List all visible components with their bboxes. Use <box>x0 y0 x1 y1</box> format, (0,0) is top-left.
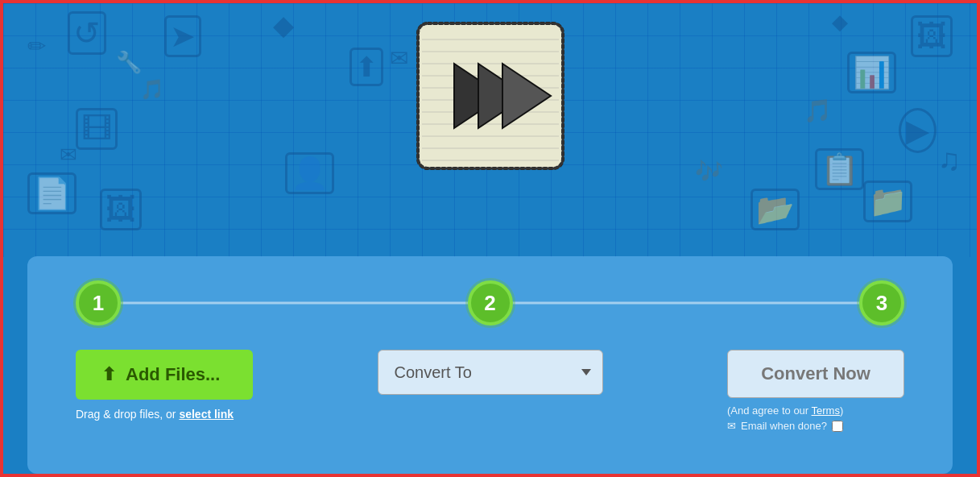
main-panel: 1 2 3 ⬆ Add Files... Drag & drop files, … <box>27 256 953 474</box>
deco-icon-envelope2: ✉ <box>60 144 77 165</box>
deco-icon-right-diamond: ◆ <box>832 11 848 32</box>
deco-icon-film: 🎞 <box>76 108 118 150</box>
steps-row: 1 2 3 <box>76 280 904 326</box>
step-3-bubble: 3 <box>859 280 904 326</box>
deco-icon-pencil: ✏ <box>27 35 46 58</box>
deco-icon-right-chart: 📊 <box>847 52 896 93</box>
step-2-number: 2 <box>484 291 495 316</box>
deco-icon-right-image: 🖼 <box>911 15 953 57</box>
deco-icon-envelope: ✉ <box>390 48 408 70</box>
deco-icon-wrench: 🔧 <box>116 52 142 73</box>
deco-icon-music-file: 🎵 <box>140 80 164 99</box>
deco-icon-diamond: ◆ <box>273 11 294 39</box>
deco-icon-file-mov: 📄 <box>27 172 76 214</box>
add-files-button[interactable]: ⬆ Add Files... <box>76 350 253 400</box>
deco-icon-send: ➤ <box>164 15 201 57</box>
controls-row: ⬆ Add Files... Drag & drop files, or sel… <box>76 350 904 432</box>
drag-drop-text: Drag & drop files, or select link <box>76 408 234 421</box>
deco-icon-right-folder: 📁 <box>863 180 912 222</box>
background-area: ✏ ↺ 🔧 ➤ 🎵 🎞 ⬆ ✉ ✉ 📄 🖼 👤 ◆ 🖼 📊 ◆ ▶ 🎵 ♫ 📋 … <box>3 3 977 257</box>
upload-icon: ⬆ <box>101 364 116 385</box>
convert-now-button[interactable]: Convert Now <box>727 350 904 398</box>
terms-text: (And agree to our Terms) <box>727 404 843 417</box>
add-files-group: ⬆ Add Files... Drag & drop files, or sel… <box>76 350 253 421</box>
center-logo <box>410 15 571 180</box>
deco-icon-right-music3: 🎶 <box>695 160 723 183</box>
email-row: ✉ Email when done? <box>727 420 843 432</box>
deco-icon-right-music2: ♫ <box>938 144 961 175</box>
deco-icon-right-copy: 📋 <box>815 148 864 190</box>
email-label: Email when done? <box>741 420 827 432</box>
email-icon: ✉ <box>727 420 736 432</box>
convert-to-group: Convert To MP4 MP3 AVI MOV PDF JPG PNG <box>378 350 603 395</box>
deco-icon-upload: ⬆ <box>349 48 383 86</box>
email-checkbox[interactable] <box>832 421 843 432</box>
step-3-number: 3 <box>876 291 887 316</box>
deco-icon-right-music: 🎵 <box>804 100 832 122</box>
step-1-bubble: 1 <box>76 280 121 326</box>
deco-icon-person: 👤 <box>285 152 334 194</box>
deco-icon-right-play: ▶ <box>899 108 937 153</box>
add-files-label: Add Files... <box>126 364 220 385</box>
deco-icon-refresh: ↺ <box>68 11 106 55</box>
deco-icon-right-folder2: 📂 <box>751 189 800 230</box>
step-1-number: 1 <box>93 291 104 316</box>
deco-icon-image: 🖼 <box>100 189 142 230</box>
convert-now-group: Convert Now (And agree to our Terms) ✉ E… <box>727 350 904 432</box>
select-link[interactable]: select link <box>179 408 234 421</box>
convert-to-select[interactable]: Convert To MP4 MP3 AVI MOV PDF JPG PNG <box>378 350 603 395</box>
step-2-bubble: 2 <box>468 280 513 326</box>
terms-link[interactable]: Terms <box>812 404 840 417</box>
